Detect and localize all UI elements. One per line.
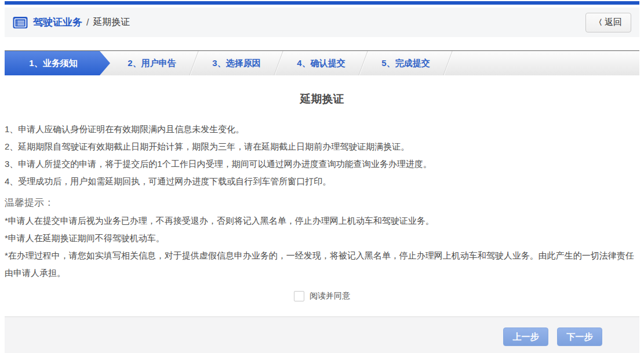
- step-5-complete-submit: 5、完成提交: [364, 51, 447, 75]
- top-accent-bar: [5, 1, 639, 5]
- step-progress-bar: 1、业务须知 2、用户申告 3、选择原因 4、确认提交 5、完成提交: [5, 50, 639, 75]
- tip-line-3: *在办理过程中，请您如实填写相关信息，对于提供虚假信息申办业务的，一经发现，将被…: [5, 247, 639, 282]
- footer-action-bar: 上一步 下一步: [5, 316, 639, 353]
- step-2-label: 2、用户申告: [128, 58, 176, 69]
- step-1-business-notice: 1、业务须知: [5, 51, 110, 75]
- step-1-label: 1、业务须知: [29, 58, 77, 69]
- step-2-user-declaration: 2、用户申告: [110, 51, 194, 75]
- tip-line-2: *申请人在延期换证期间不得驾驶机动车。: [5, 230, 639, 247]
- agree-label[interactable]: 阅读并同意: [310, 291, 350, 301]
- breadcrumb-current: 延期换证: [93, 16, 130, 28]
- notice-line-1: 1、申请人应确认身份证明在有效期限满内且信息未发生变化。: [5, 121, 639, 138]
- page: 驾驶证业务 / 延期换证 〈 返回 1、业务须知 2、用户申告 3、选择原因 4…: [0, 0, 644, 353]
- main-content: 延期换证 1、申请人应确认身份证明在有效期限满内且信息未发生变化。 2、延期期限…: [5, 75, 639, 301]
- step-4-label: 4、确认提交: [297, 58, 345, 69]
- step-3-select-reason: 3、选择原因: [195, 51, 278, 75]
- notice-line-4: 4、受理成功后，用户如需延期回执，可通过网办进度下载或自行到车管所窗口打印。: [5, 173, 639, 190]
- back-button[interactable]: 〈 返回: [585, 13, 631, 32]
- next-step-button[interactable]: 下一步: [557, 327, 602, 346]
- notice-line-2: 2、延期期限自驾驶证有效期截止日期开始计算，期限为三年，请在延期截止日期前办理驾…: [5, 138, 639, 155]
- page-title: 延期换证: [5, 92, 639, 107]
- breadcrumb-separator: /: [86, 17, 89, 28]
- list-icon: [13, 16, 28, 29]
- step-3-label: 3、选择原因: [212, 58, 260, 69]
- step-bar-filler: [449, 51, 639, 75]
- breadcrumb-primary[interactable]: 驾驶证业务: [33, 16, 82, 29]
- tip-line-1: *申请人在提交申请后视为业务已办理，不再接受退办，否则将记入黑名单，停止办理网上…: [5, 212, 639, 230]
- back-button-label: 返回: [605, 17, 622, 28]
- tips-heading: 温馨提示：: [5, 194, 639, 212]
- notice-line-3: 3、申请人所提交的申请，将于提交后的1个工作日内受理，期间可以通过网办进度查询功…: [5, 155, 639, 173]
- agree-row: 阅读并同意: [5, 291, 639, 301]
- header: 驾驶证业务 / 延期换证 〈 返回: [5, 8, 639, 37]
- step-4-confirm-submit: 4、确认提交: [279, 51, 363, 75]
- previous-step-button[interactable]: 上一步: [503, 327, 548, 346]
- agree-checkbox[interactable]: [294, 291, 304, 301]
- step-5-label: 5、完成提交: [381, 58, 430, 69]
- back-chevron-icon: 〈: [595, 17, 602, 28]
